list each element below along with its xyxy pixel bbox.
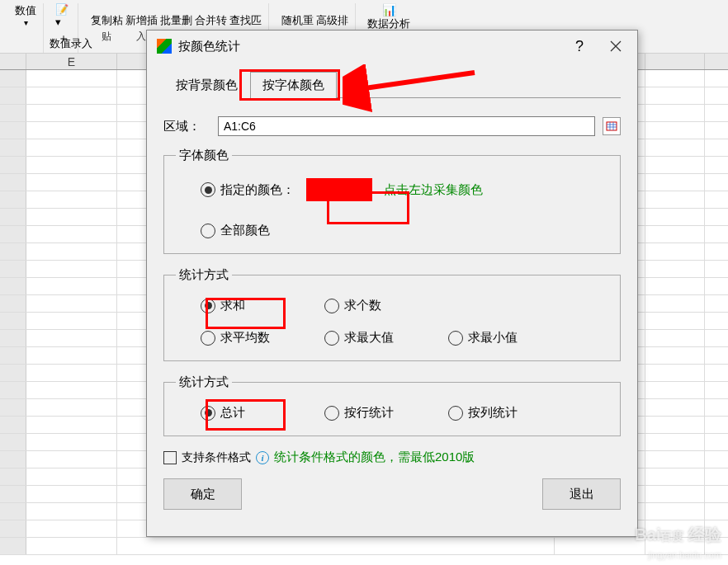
radio-specified-color[interactable]: 指定的颜色： 点击左边采集颜色 bbox=[201, 178, 608, 201]
ribbon-copy[interactable]: 复制粘贴 bbox=[90, 13, 123, 44]
radio-icon bbox=[201, 299, 215, 313]
radio-icon bbox=[448, 406, 463, 421]
fieldset-stat-scope: 统计方式 总计 按行统计 按列统计 bbox=[163, 374, 621, 436]
color-swatch[interactable] bbox=[306, 178, 372, 201]
radio-icon bbox=[324, 331, 339, 346]
svg-rect-0 bbox=[607, 122, 617, 130]
ribbon-group-values: 数值 ▾ 数值录入 bbox=[8, 3, 44, 53]
fieldset-stat-method: 统计方式 求和 求个数 求平均数 求最大值 bbox=[163, 267, 621, 361]
radio-icon bbox=[201, 331, 215, 346]
radio-icon bbox=[201, 182, 215, 197]
range-picker-button[interactable] bbox=[603, 117, 621, 135]
grid-icon bbox=[606, 121, 617, 131]
close-button[interactable] bbox=[598, 34, 634, 59]
cancel-button[interactable]: 退出 bbox=[542, 478, 621, 510]
col-header-m[interactable] bbox=[645, 54, 705, 69]
radio-count[interactable]: 求个数 bbox=[324, 298, 448, 313]
tab-font-color[interactable]: 按字体颜色 bbox=[250, 72, 337, 98]
ok-button[interactable]: 确定 bbox=[163, 478, 242, 510]
radio-icon bbox=[201, 406, 215, 421]
checkbox-label: 支持条件格式 bbox=[182, 450, 251, 465]
color-stats-dialog: 按颜色统计 ? 按背景颜色 按字体颜色 区域： bbox=[146, 30, 638, 537]
help-button[interactable]: ? bbox=[561, 34, 598, 59]
radio-icon bbox=[324, 406, 339, 421]
legend-font-color: 字体颜色 bbox=[176, 148, 232, 163]
col-header-rownum[interactable] bbox=[0, 54, 26, 69]
color-hint: 点击左边采集颜色 bbox=[384, 182, 483, 198]
radio-sum[interactable]: 求和 bbox=[201, 298, 324, 313]
dialog-title: 按颜色统计 bbox=[178, 39, 561, 54]
close-icon bbox=[610, 40, 622, 52]
radio-avg[interactable]: 求平均数 bbox=[201, 330, 324, 346]
tabs: 按背景颜色 按字体颜色 bbox=[163, 72, 621, 98]
radio-by-col[interactable]: 按列统计 bbox=[448, 405, 572, 421]
range-label: 区域： bbox=[163, 119, 210, 134]
tab-bg-color[interactable]: 按背景颜色 bbox=[163, 72, 250, 98]
radio-icon bbox=[324, 299, 339, 313]
radio-total[interactable]: 总计 bbox=[201, 405, 324, 421]
col-header-e[interactable]: E bbox=[26, 54, 117, 69]
edit-icon[interactable]: 📝▾ bbox=[55, 3, 71, 28]
app-icon bbox=[157, 39, 172, 54]
radio-min[interactable]: 求最小值 bbox=[448, 330, 572, 346]
ribbon-values-label[interactable]: 数值 bbox=[15, 3, 36, 18]
ribbon-values-sub: 数值录入 bbox=[50, 36, 92, 51]
radio-icon bbox=[201, 224, 215, 238]
radio-icon bbox=[448, 331, 463, 346]
range-input[interactable] bbox=[218, 116, 595, 136]
radio-max[interactable]: 求最大值 bbox=[324, 330, 448, 346]
radio-all-colors[interactable]: 全部颜色 bbox=[201, 223, 608, 238]
chart-icon[interactable]: 📊 bbox=[382, 3, 396, 16]
checkbox-cond-format[interactable] bbox=[163, 451, 177, 464]
fieldset-font-color: 字体颜色 指定的颜色： 点击左边采集颜色 全部颜色 bbox=[163, 148, 621, 254]
info-icon[interactable]: i bbox=[256, 451, 269, 464]
legend-stat-scope: 统计方式 bbox=[176, 374, 232, 390]
legend-stat-method: 统计方式 bbox=[176, 267, 232, 283]
checkbox-hint: 统计条件格式的颜色，需最低2010版 bbox=[274, 450, 475, 465]
titlebar[interactable]: 按颜色统计 ? bbox=[147, 31, 637, 62]
radio-by-row[interactable]: 按行统计 bbox=[324, 405, 448, 421]
